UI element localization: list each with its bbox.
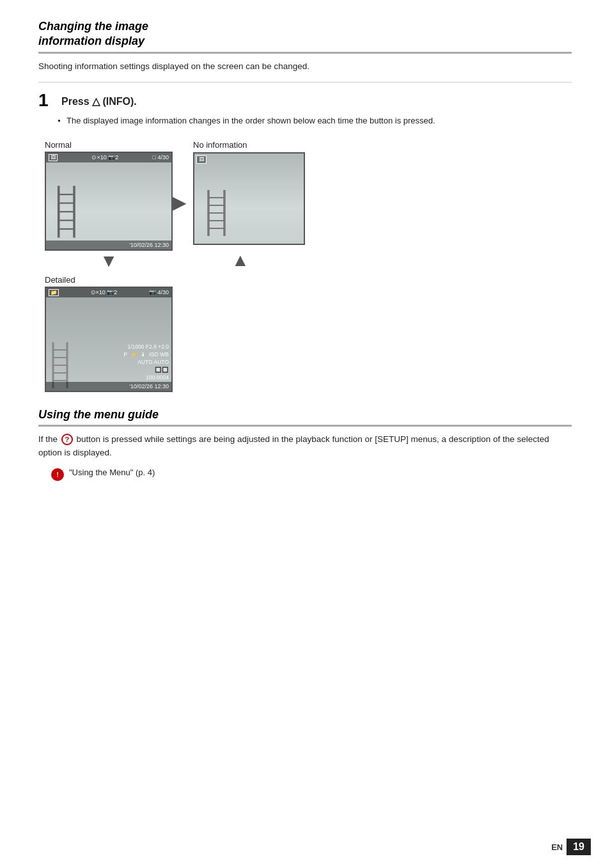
detailed-topleft-icon: 📁	[49, 289, 59, 296]
no-info-label: No information	[193, 140, 247, 150]
step1-row: 1 Press △ (INFO).	[38, 91, 572, 109]
no-info-screen: 🖼	[193, 152, 305, 245]
section1-heading: Changing the imageinformation display	[38, 19, 572, 54]
body-text1: If the	[38, 434, 60, 444]
no-info-ladder	[204, 187, 233, 239]
arrow-up: ▲	[231, 250, 249, 271]
section2-heading-text: Using the menu guide	[38, 407, 572, 422]
detail-shutter: 1/1000 F2.6 +2.0	[124, 343, 169, 351]
step-title-prefix: Press	[61, 96, 92, 107]
detail-mode: P ⚡ 🌡 ISO WB	[124, 351, 169, 359]
bullet-item: The displayed image information changes …	[58, 114, 572, 127]
left-screens: Normal 🖼 ⊙×10 📷2 □ 4/30	[45, 136, 173, 392]
heading-line2: information display	[38, 35, 145, 47]
note-icon: !	[51, 468, 64, 481]
normal-top-center: ⊙×10 📷2	[91, 154, 118, 161]
arrow-down1: ▼	[45, 252, 173, 270]
normal-ladder	[52, 183, 84, 241]
detail-frame: 100-0004	[124, 374, 169, 382]
detailed-screen: 📁 ⊙×10 📷2 📷 4/30	[45, 287, 173, 392]
screens-area: Normal 🖼 ⊙×10 📷2 □ 4/30	[45, 136, 572, 392]
normal-top-bar: 🖼 ⊙×10 📷2 □ 4/30	[46, 153, 171, 162]
help-icon: ?	[61, 434, 73, 445]
normal-frame: □ 4/30	[153, 154, 169, 161]
step-triangle: △	[92, 96, 100, 107]
step-title: Press △ (INFO).	[61, 91, 137, 107]
right-screens: No information 🖼	[193, 136, 305, 271]
section2-body: If the ? button is pressed while setting…	[38, 433, 572, 460]
detailed-top-center: ⊙×10 📷2	[91, 289, 118, 296]
normal-tbar-left: 🖼	[49, 154, 58, 161]
section2: Using the menu guide If the ? button is …	[38, 407, 572, 481]
note-text: "Using the Menu" (p. 4)	[69, 468, 155, 477]
detailed-top-right: 📷 4/30	[149, 289, 169, 296]
detailed-bottom-bar: '10/02/26 12:30	[46, 382, 171, 391]
detailed-frame-count: 📷 4/30	[149, 289, 169, 296]
en-label: EN	[551, 842, 563, 852]
step-number: 1	[38, 91, 56, 109]
arrow-right-container: ▶	[173, 136, 187, 212]
detail-info-area: 1/1000 F2.6 +2.0 P ⚡ 🌡 ISO WB AUTO AUTO …	[124, 343, 169, 381]
normal-label: Normal	[45, 140, 173, 150]
step-bullets: The displayed image information changes …	[58, 114, 572, 127]
detailed-top-bar: 📁 ⊙×10 📷2 📷 4/30	[46, 288, 171, 297]
detailed-tbar-left: 📁	[49, 289, 59, 296]
normal-bottom-bar: '10/02/26 12:30	[46, 241, 171, 249]
detailed-label: Detailed	[45, 275, 173, 285]
normal-top-right: □ 4/30	[153, 154, 169, 161]
step-title-suffix: (INFO).	[100, 96, 137, 107]
page-number: 19	[567, 839, 591, 855]
heading-line1: Changing the image	[38, 20, 148, 33]
no-info-icon: 🖼	[196, 155, 207, 164]
normal-screen: 🖼 ⊙×10 📷2 □ 4/30	[45, 152, 173, 251]
arrow-right: ▶	[173, 194, 187, 212]
detail-icons: 🔲🔲	[124, 367, 169, 374]
section2-heading: Using the menu guide	[38, 407, 572, 427]
note-row: ! "Using the Menu" (p. 4)	[51, 468, 572, 481]
normal-topleft-icon: 🖼	[49, 154, 58, 161]
body-text2: button is pressed while settings are bei…	[38, 434, 549, 457]
divider1	[38, 82, 572, 83]
detail-mode2: AUTO AUTO	[124, 359, 169, 367]
intro-text: Shooting information settings displayed …	[38, 60, 572, 73]
page-footer: EN 19	[551, 839, 591, 855]
